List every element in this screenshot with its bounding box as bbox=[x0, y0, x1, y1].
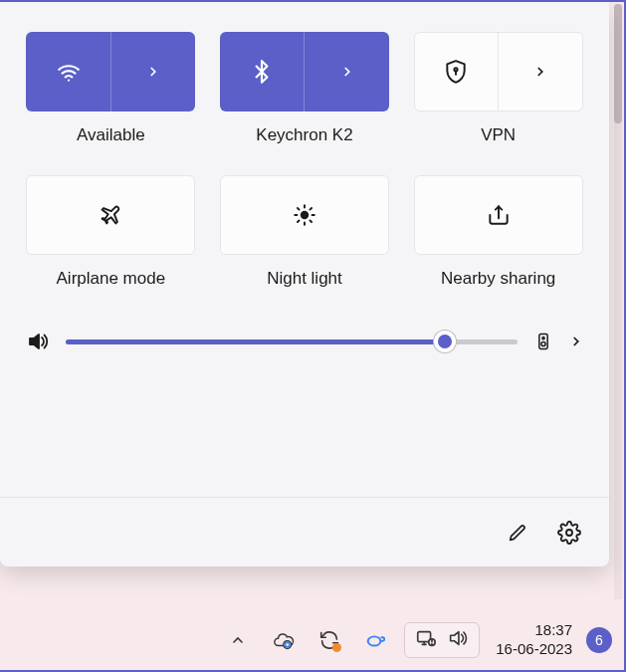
slider-thumb[interactable] bbox=[434, 331, 456, 352]
chevron-right-icon bbox=[334, 59, 360, 85]
airplane-tile[interactable] bbox=[26, 175, 195, 255]
volume-expand[interactable] bbox=[569, 329, 583, 354]
vpn-tile-group: VPN bbox=[409, 32, 587, 145]
wifi-tile-group: Available bbox=[22, 32, 200, 145]
system-tray bbox=[221, 622, 480, 658]
output-device-icon[interactable] bbox=[533, 329, 553, 354]
taskbar: 18:37 16-06-2023 6 bbox=[0, 610, 624, 670]
wifi-toggle[interactable] bbox=[26, 32, 111, 112]
chevron-right-icon bbox=[527, 59, 553, 85]
bluetooth-expand[interactable] bbox=[305, 32, 389, 112]
bluetooth-toggle[interactable] bbox=[220, 32, 306, 112]
scrollbar[interactable] bbox=[614, 4, 622, 599]
wifi-expand[interactable] bbox=[111, 32, 196, 112]
nearby-tile[interactable] bbox=[414, 175, 583, 255]
bluetooth-icon bbox=[249, 59, 275, 85]
network-volume-tray[interactable] bbox=[404, 622, 480, 658]
speaker-tray-icon bbox=[447, 627, 469, 653]
svg-point-2 bbox=[302, 212, 309, 219]
onedrive-icon[interactable] bbox=[267, 623, 301, 657]
nightlight-tile[interactable] bbox=[220, 175, 389, 255]
bluetooth-tile-group: Keychron K2 bbox=[216, 32, 394, 145]
pencil-icon bbox=[507, 520, 528, 546]
svg-point-6 bbox=[566, 530, 572, 536]
wifi-label: Available bbox=[77, 125, 145, 145]
edit-button[interactable] bbox=[496, 511, 539, 555]
slider-fill bbox=[66, 339, 445, 344]
wifi-tile[interactable] bbox=[26, 32, 195, 112]
clock[interactable]: 18:37 16-06-2023 bbox=[496, 621, 572, 659]
speaker-icon[interactable] bbox=[26, 329, 50, 354]
bluetooth-tile[interactable] bbox=[220, 32, 389, 112]
bluetooth-label: Keychron K2 bbox=[256, 125, 352, 145]
panel-footer bbox=[0, 497, 609, 566]
share-icon bbox=[486, 202, 512, 228]
update-icon[interactable] bbox=[313, 623, 346, 657]
brightness-icon bbox=[292, 202, 317, 228]
tray-overflow[interactable] bbox=[221, 623, 255, 657]
airplane-tile-group: Airplane mode bbox=[22, 175, 200, 289]
time: 18:37 bbox=[496, 621, 572, 640]
volume-slider[interactable] bbox=[66, 330, 518, 353]
vpn-tile[interactable] bbox=[414, 32, 583, 112]
airplane-icon bbox=[98, 202, 123, 228]
tiles-grid: Available Keychron K2 bbox=[0, 2, 609, 289]
nightlight-label: Night light bbox=[267, 269, 342, 289]
nightlight-tile-group: Night light bbox=[216, 175, 394, 289]
notification-badge[interactable]: 6 bbox=[586, 627, 612, 653]
nearby-tile-group: Nearby sharing bbox=[409, 175, 587, 289]
volume-row bbox=[0, 329, 609, 354]
vpn-toggle[interactable] bbox=[415, 33, 500, 111]
ethernet-icon bbox=[415, 627, 437, 653]
wifi-icon bbox=[56, 59, 82, 85]
vpn-expand[interactable] bbox=[499, 33, 582, 111]
svg-point-4 bbox=[542, 337, 544, 339]
svg-point-0 bbox=[67, 80, 69, 82]
settings-button[interactable] bbox=[547, 511, 591, 555]
scrollbar-thumb[interactable] bbox=[614, 4, 622, 123]
nearby-label: Nearby sharing bbox=[441, 269, 555, 289]
vpn-shield-icon bbox=[443, 59, 469, 85]
vpn-label: VPN bbox=[481, 125, 516, 145]
gear-icon bbox=[557, 520, 581, 546]
airplane-label: Airplane mode bbox=[57, 269, 166, 289]
app-tray-icon[interactable] bbox=[358, 623, 392, 657]
chevron-right-icon bbox=[140, 59, 166, 85]
quick-settings-panel: Available Keychron K2 bbox=[0, 2, 609, 566]
date: 16-06-2023 bbox=[496, 640, 572, 659]
svg-point-5 bbox=[541, 341, 545, 345]
